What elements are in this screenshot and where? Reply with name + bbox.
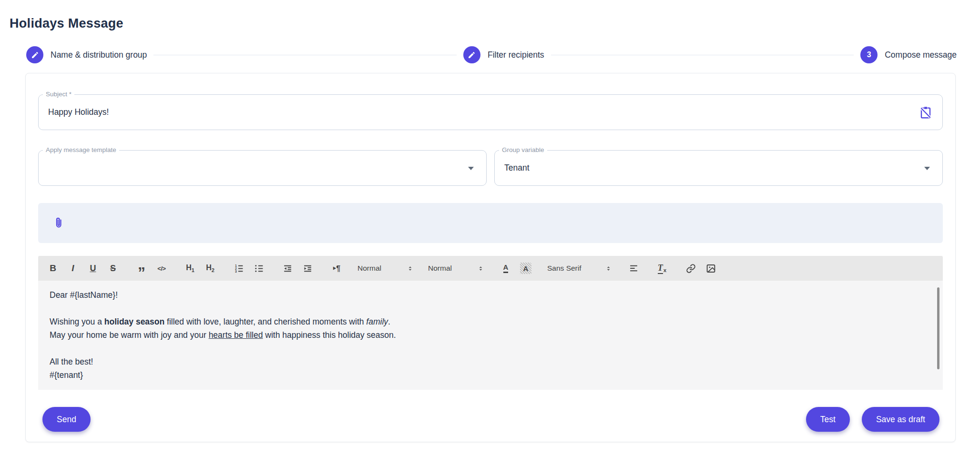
paste-off-icon — [919, 105, 933, 120]
ordered-list-icon: 123 — [234, 264, 244, 274]
step-1-indicator — [26, 46, 43, 63]
group-variable-value: Tenant — [495, 151, 942, 185]
link-icon — [686, 264, 696, 274]
step-name-distribution-group[interactable]: Name & distribution group — [26, 46, 147, 63]
page-title: Holidays Message — [10, 16, 123, 31]
template-select[interactable]: Apply message template — [38, 150, 487, 186]
align-icon — [629, 264, 639, 274]
bullet-list-icon — [254, 264, 264, 274]
message-editor[interactable]: Dear #{lastName}!Wishing you a holiday s… — [38, 281, 943, 390]
group-variable-label: Group variable — [499, 146, 547, 153]
italic-button[interactable]: I — [66, 260, 80, 277]
step-2-label: Filter recipients — [488, 50, 544, 60]
attach-file-button[interactable] — [52, 214, 65, 232]
strikethrough-icon: S — [110, 264, 116, 274]
text-color-icon: A — [503, 264, 509, 273]
text-color-button[interactable]: A — [499, 260, 513, 277]
pencil-icon — [468, 51, 476, 59]
updown-arrows-icon — [605, 265, 612, 272]
step-2-indicator — [463, 46, 480, 63]
step-compose-message[interactable]: 3 Compose message — [860, 46, 957, 63]
background-color-icon: A — [520, 263, 531, 274]
bold-icon: B — [50, 263, 56, 274]
code-block-button[interactable]: </> — [154, 260, 169, 277]
step-filter-recipients[interactable]: Filter recipients — [463, 46, 544, 63]
actions-row: Send Test Save as draft — [38, 407, 943, 432]
outdent-icon — [283, 264, 293, 274]
bold-button[interactable]: B — [46, 260, 60, 277]
image-icon — [706, 264, 716, 274]
link-button[interactable] — [684, 260, 698, 277]
underline-icon: U — [90, 264, 96, 274]
bullet-list-button[interactable] — [252, 260, 266, 277]
indent-button[interactable] — [300, 260, 315, 277]
text-direction-icon: ‣¶ — [332, 264, 340, 273]
size-picker-value: Normal — [357, 264, 381, 273]
align-button[interactable] — [626, 260, 641, 277]
save-as-draft-button[interactable]: Save as draft — [862, 407, 939, 432]
header-2-button[interactable]: H2 — [203, 260, 217, 277]
stepper: Name & distribution group Filter recipie… — [26, 46, 957, 63]
editor-content: Dear #{lastName}!Wishing you a holiday s… — [50, 288, 931, 382]
editor-scrollbar[interactable] — [937, 287, 939, 369]
group-variable-select[interactable]: Group variable Tenant — [494, 150, 943, 186]
compose-card: Subject * Apply message template Group v… — [25, 73, 956, 442]
step-3-label: Compose message — [885, 50, 957, 60]
subject-label: Subject * — [43, 91, 74, 98]
header-1-button[interactable]: H1 — [183, 260, 197, 277]
outdent-button[interactable] — [280, 260, 295, 277]
paste-off-button[interactable] — [918, 104, 934, 121]
insert-image-button[interactable] — [704, 260, 718, 277]
blockquote-button[interactable]: ” — [134, 260, 149, 277]
chevron-down-icon — [468, 167, 474, 170]
step-connector — [153, 55, 457, 55]
strikethrough-button[interactable]: S — [106, 260, 120, 277]
step-3-number: 3 — [867, 51, 871, 59]
background-color-button[interactable]: A — [519, 260, 533, 277]
pencil-icon — [31, 51, 39, 59]
indent-icon — [303, 264, 313, 274]
font-picker-value: Sans Serif — [547, 264, 582, 273]
size-picker[interactable]: Normal — [357, 264, 414, 273]
svg-text:3: 3 — [235, 270, 236, 273]
font-picker[interactable]: Sans Serif — [547, 264, 612, 273]
header-1-icon: H1 — [186, 264, 194, 273]
step-3-indicator: 3 — [860, 46, 878, 63]
code-icon: </> — [157, 265, 165, 272]
editor-toolbar: B I U S ” </> H1 H2 123 — [38, 256, 943, 281]
test-button[interactable]: Test — [806, 407, 850, 432]
header-picker-value: Normal — [428, 264, 452, 273]
text-direction-button[interactable]: ‣¶ — [329, 260, 343, 277]
header-picker[interactable]: Normal — [428, 264, 484, 273]
subject-field: Subject * — [38, 94, 943, 130]
attachment-bar — [38, 203, 943, 243]
step-connector — [551, 55, 854, 55]
step-1-label: Name & distribution group — [51, 50, 147, 60]
subject-input[interactable] — [39, 95, 942, 130]
send-button[interactable]: Send — [42, 407, 91, 432]
underline-button[interactable]: U — [86, 260, 100, 277]
updown-arrows-icon — [477, 265, 484, 272]
updown-arrows-icon — [407, 265, 414, 272]
template-label: Apply message template — [43, 146, 119, 153]
header-2-icon: H2 — [206, 264, 214, 273]
paperclip-icon — [52, 214, 65, 232]
clear-formatting-button[interactable]: Tx — [655, 260, 669, 277]
ordered-list-button[interactable]: 123 — [232, 260, 246, 277]
clear-formatting-icon: T — [658, 263, 663, 274]
chevron-down-icon — [924, 167, 930, 170]
italic-icon: I — [71, 263, 74, 274]
